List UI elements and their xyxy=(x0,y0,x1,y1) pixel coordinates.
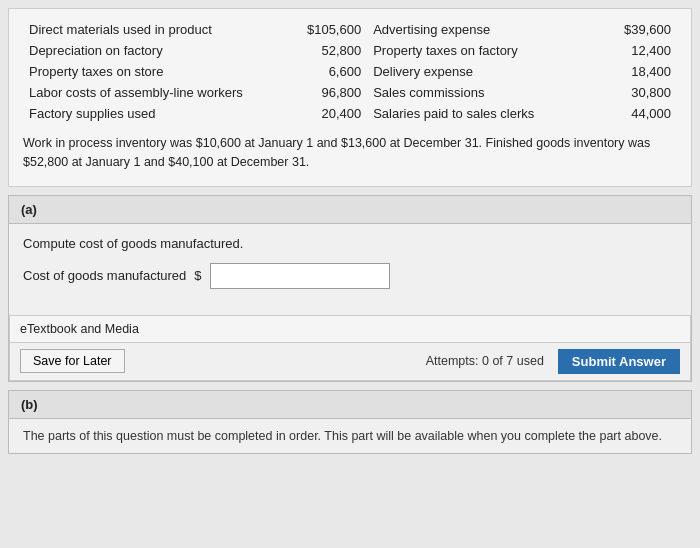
table-row: Labor costs of assembly-line workers 96,… xyxy=(23,82,677,103)
cost-goods-label: Cost of goods manufactured xyxy=(23,268,186,283)
cost-data-table: Direct materials used in product $105,60… xyxy=(23,19,677,124)
item-label: Factory supplies used xyxy=(23,103,275,124)
item-value-right: $39,600 xyxy=(597,19,677,40)
main-container: Direct materials used in product $105,60… xyxy=(0,0,700,548)
item-label: Property taxes on store xyxy=(23,61,275,82)
item-label-right: Advertising expense xyxy=(367,19,596,40)
item-label: Depreciation on factory xyxy=(23,40,275,61)
part-a-section: (a) Compute cost of goods manufactured. … xyxy=(8,195,692,382)
table-row: Factory supplies used 20,400 Salaries pa… xyxy=(23,103,677,124)
cost-goods-input[interactable] xyxy=(210,263,390,289)
table-row: Depreciation on factory 52,800 Property … xyxy=(23,40,677,61)
cost-input-row: Cost of goods manufactured $ xyxy=(23,263,677,289)
part-b-header: (b) xyxy=(9,391,691,419)
attempts-text: Attempts: 0 of 7 used xyxy=(426,354,544,368)
item-label-right: Sales commissions xyxy=(367,82,596,103)
inventory-note: Work in process inventory was $10,600 at… xyxy=(23,134,677,172)
item-value: 52,800 xyxy=(275,40,367,61)
part-b-body: The parts of this question must be compl… xyxy=(9,419,691,453)
item-label-right: Salaries paid to sales clerks xyxy=(367,103,596,124)
compute-label: Compute cost of goods manufactured. xyxy=(23,236,677,251)
item-value-right: 18,400 xyxy=(597,61,677,82)
table-row: Direct materials used in product $105,60… xyxy=(23,19,677,40)
item-value-right: 12,400 xyxy=(597,40,677,61)
item-label: Labor costs of assembly-line workers xyxy=(23,82,275,103)
part-a-body: Compute cost of goods manufactured. Cost… xyxy=(9,224,691,315)
item-value: 6,600 xyxy=(275,61,367,82)
item-label: Direct materials used in product xyxy=(23,19,275,40)
item-label-right: Delivery expense xyxy=(367,61,596,82)
part-b-section: (b) The parts of this question must be c… xyxy=(8,390,692,454)
attempts-submit-row: Attempts: 0 of 7 used Submit Answer xyxy=(426,349,680,374)
part-a-header: (a) xyxy=(9,196,691,224)
submit-answer-button[interactable]: Submit Answer xyxy=(558,349,680,374)
item-label-right: Property taxes on factory xyxy=(367,40,596,61)
etextbook-label: eTextbook and Media xyxy=(20,322,139,336)
item-value-right: 30,800 xyxy=(597,82,677,103)
item-value: 20,400 xyxy=(275,103,367,124)
etextbook-bar: eTextbook and Media xyxy=(9,315,691,343)
dollar-sign: $ xyxy=(194,268,201,283)
item-value: 96,800 xyxy=(275,82,367,103)
data-table-section: Direct materials used in product $105,60… xyxy=(8,8,692,187)
item-value: $105,600 xyxy=(275,19,367,40)
save-later-button[interactable]: Save for Later xyxy=(20,349,125,373)
footer-bar: Save for Later Attempts: 0 of 7 used Sub… xyxy=(9,343,691,381)
table-row: Property taxes on store 6,600 Delivery e… xyxy=(23,61,677,82)
item-value-right: 44,000 xyxy=(597,103,677,124)
